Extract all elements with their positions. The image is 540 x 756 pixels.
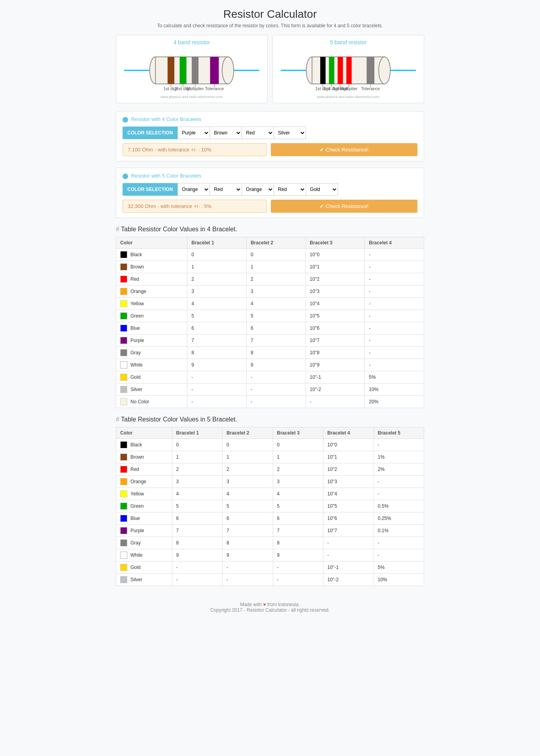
svg-rect-23 [329,57,334,84]
table5-col-b5: Bracelet 5 [374,427,424,439]
five-band-select-1[interactable]: OrangeBlackBrownRedYellowGreenBluePurple… [177,183,210,196]
five-band-calc-title: i Resistor with 5 Color Bracelets [123,173,417,179]
color-swatch [120,374,127,381]
table-row: White 9 9 9 - - [116,549,424,561]
table4-b4: - [365,359,424,371]
table4-b4: - [365,285,424,298]
five-band-select-5[interactable]: GoldBlackBrownRedOrangeYellowGreenBluePu… [306,183,338,196]
table5-color-cell: Silver [116,574,172,586]
table5-b5: 10% [374,574,424,586]
table5-col-b3: Bracelet 3 [273,427,323,439]
table5-b5: 0.5% [374,500,424,512]
four-band-select-2[interactable]: BrownBlackRedOrangeYellowGreenBluePurple… [210,127,242,139]
table5-color-cell: White [116,549,172,561]
table4-b4: - [365,298,424,310]
color-swatch [120,515,127,522]
table4-b3: 10''8 [306,347,365,359]
table-row: Silver - - 10''-2 10% [116,384,424,396]
table-row: Gray 8 8 8 - - [116,537,424,549]
table5-color-cell: Blue [116,512,172,525]
four-band-title: 4 band resistor [120,39,263,45]
color-swatch [120,576,127,583]
table5-b3: 5 [273,500,323,512]
table5-b2: 1 [223,451,273,463]
five-band-select-2[interactable]: RedBlackBrownOrangeYellowGreenBluePurple… [210,183,242,196]
table5-b2: 8 [223,537,273,549]
four-band-image-box: 4 band resistor 1st digit 2nd digit Mult… [116,35,268,103]
table4-b1: 6 [187,322,247,335]
svg-rect-5 [168,57,174,84]
five-band-select-4[interactable]: RedBlackBrownOrangeYellowGreenBluePurple… [274,183,306,196]
five-band-select-3[interactable]: OrangeBlackBrownRedYellowGreenBluePurple… [242,183,274,196]
five-band-color-sel-btn[interactable]: COLOR SELECTION [123,183,177,196]
table-row: Purple 7 7 7 10''7 0.1% [116,525,424,537]
table5-col-b4: Bracelet 4 [323,427,374,439]
table4-b2: 1 [246,261,306,273]
color-swatch [120,527,127,534]
four-band-select-1[interactable]: PurpleBlackBrownRedOrangeYellowGreenBlue… [177,127,210,139]
table4-b2: - [246,371,306,384]
table4-b3: 10''1 [306,261,365,273]
table4-b4: - [365,335,424,347]
four-band-select-3[interactable]: RedBlackBrownOrangeYellowGreenBluePurple… [242,127,274,139]
table4-b2: 7 [246,335,306,347]
table5-b1: 7 [172,525,222,537]
color-swatch [120,325,127,332]
table4-b3: 10''2 [306,273,365,285]
table5-b2: 4 [223,488,273,500]
color-name: Brown [130,264,144,270]
table4-color-cell: Purple [116,335,187,347]
color-swatch [120,398,127,405]
four-band-calc: i Resistor with 4 Color Bracelets COLOR … [116,111,424,161]
color-swatch [120,300,127,307]
five-band-svg: 1st digit 2nd digit 3rd digit Multiplier… [277,49,420,92]
table4-b4: - [365,249,424,261]
four-band-credit: www.physics-and-radio-electronics.com [120,95,263,99]
table4-col-b1: Bracelet 1 [187,237,247,249]
table-row: Purple 7 7 10''7 - [116,335,424,347]
table4-b3: 10''0 [306,249,365,261]
table4-color-cell: Blue [116,322,187,335]
five-band-result-row: 32.300 Ohm - with tolerance +/- : 5% ✔ C… [123,200,417,213]
table4-b2: 5 [246,310,306,322]
table4-color-cell: Gold [116,371,187,384]
five-band-title: 5 band resistor [277,39,420,45]
table4-b3: 10''7 [306,335,365,347]
table5-col-color: Color [116,427,172,439]
five-band-check-btn[interactable]: ✔ Check Resistance! [271,200,417,213]
table4-b2: 6 [246,322,306,335]
table4-b4: - [365,310,424,322]
table4-b3: 10''-1 [306,371,365,384]
svg-rect-24 [338,57,343,84]
color-name: Orange [130,289,146,294]
table5-b1: 1 [172,451,222,463]
color-swatch [120,478,127,485]
table5-b4: 10''-1 [323,561,374,574]
resistor-images-row: 4 band resistor 1st digit 2nd digit Mult… [116,35,424,103]
table5-b3: 0 [273,439,323,451]
four-band-select-4[interactable]: SilverBlackBrownRedOrangeYellowGreenBlue… [274,127,306,139]
four-band-result: 7.100 Ohm - with tolerance +/- : 10% [123,143,267,156]
page-subtitle: To calculate and check resistance of the… [116,23,424,28]
four-band-calc-title: i Resistor with 4 Color Bracelets [123,116,417,123]
table5-b1: 3 [172,476,222,488]
table5-b5: 0.25% [374,512,424,525]
four-band-color-sel-btn[interactable]: COLOR SELECTION [123,127,177,139]
table4-color-cell: Brown [116,261,187,273]
svg-rect-26 [366,57,374,84]
svg-rect-25 [346,57,351,84]
table5-b1: 6 [172,512,222,525]
table5-b4: 10''1 [323,451,374,463]
color-name: Orange [130,479,146,484]
color-swatch [120,312,127,319]
table4-b2: 4 [246,298,306,310]
table-row: Blue 6 6 6 10''6 0.25% [116,512,424,525]
table5-color-cell: Orange [116,476,172,488]
table5-b5: - [374,439,424,451]
four-band-check-btn[interactable]: ✔ Check Resistance! [271,143,417,156]
table-row: Yellow 4 4 10''4 - [116,298,424,310]
table4-color-cell: Black [116,249,187,261]
table5-b2: 5 [223,500,273,512]
table5-b5: - [374,488,424,500]
table4-b3: 10''-2 [306,384,365,396]
